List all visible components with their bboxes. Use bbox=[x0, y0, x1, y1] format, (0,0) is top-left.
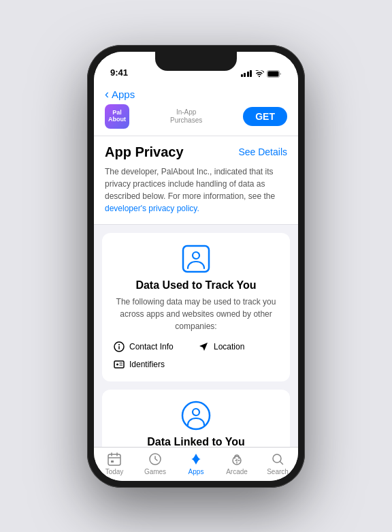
svg-point-3 bbox=[193, 252, 199, 259]
track-item-location: Location bbox=[197, 341, 279, 353]
track-item-contact: Contact Info bbox=[113, 341, 195, 353]
phone-frame: 9:41 bbox=[87, 45, 305, 488]
back-arrow-icon: ‹ bbox=[105, 87, 109, 101]
tab-games-label: Games bbox=[144, 468, 166, 475]
svg-point-8 bbox=[116, 363, 118, 365]
back-button[interactable]: ‹ Apps bbox=[105, 87, 287, 101]
tab-today[interactable]: Today bbox=[94, 452, 135, 475]
track-location-label: Location bbox=[214, 342, 244, 351]
track-card-title: Data Used to Track You bbox=[135, 279, 256, 292]
notch bbox=[155, 52, 237, 71]
tab-bar: Today Games Apps bbox=[94, 447, 298, 481]
track-icon bbox=[181, 244, 211, 274]
app-icon-text: PalAbout bbox=[108, 110, 126, 123]
svg-point-10 bbox=[193, 409, 199, 416]
arcade-icon bbox=[229, 452, 244, 467]
track-card-header: Data Used to Track You The following dat… bbox=[113, 244, 279, 332]
main-content: ‹ Apps PalAbout In-App Purchases GET App… bbox=[94, 82, 298, 447]
page-description: The developer, PalAbout Inc., indicated … bbox=[105, 166, 287, 215]
tab-apps-label: Apps bbox=[189, 468, 204, 475]
privacy-policy-link[interactable]: developer's privacy policy. bbox=[105, 204, 199, 213]
page-header: App Privacy See Details The developer, P… bbox=[94, 136, 298, 225]
apps-icon bbox=[189, 452, 203, 467]
signal-bars-icon bbox=[241, 70, 252, 77]
app-row: PalAbout In-App Purchases GET bbox=[105, 104, 287, 129]
status-icons bbox=[241, 70, 282, 78]
tab-today-label: Today bbox=[105, 468, 124, 475]
linked-card-header: Data Linked to You The following data ma… bbox=[113, 401, 279, 447]
in-app-purchases-label: In-App Purchases bbox=[170, 108, 202, 125]
svg-rect-5 bbox=[118, 346, 120, 349]
status-time: 9:41 bbox=[110, 67, 128, 78]
see-details-button[interactable]: See Details bbox=[238, 146, 287, 157]
svg-rect-7 bbox=[114, 361, 124, 368]
back-label: Apps bbox=[112, 89, 135, 100]
page-header-row: App Privacy See Details bbox=[105, 144, 287, 160]
track-contact-label: Contact Info bbox=[129, 342, 174, 351]
linked-card: Data Linked to You The following data ma… bbox=[102, 390, 290, 447]
info-circle-icon bbox=[113, 341, 125, 353]
track-card: Data Used to Track You The following dat… bbox=[102, 233, 290, 381]
wifi-icon bbox=[255, 70, 264, 77]
search-icon bbox=[270, 452, 285, 467]
svg-rect-1 bbox=[268, 71, 279, 76]
app-icon: PalAbout bbox=[105, 104, 129, 129]
page-title: App Privacy bbox=[105, 144, 184, 160]
games-icon bbox=[148, 452, 163, 467]
tab-games[interactable]: Games bbox=[135, 452, 176, 475]
tab-arcade[interactable]: Arcade bbox=[216, 452, 257, 475]
tab-search-label: Search bbox=[267, 468, 289, 475]
id-card-icon bbox=[113, 358, 125, 371]
track-identifiers-label: Identifiers bbox=[129, 360, 165, 369]
tab-search[interactable]: Search bbox=[257, 452, 298, 475]
location-arrow-icon bbox=[197, 341, 210, 353]
get-button[interactable]: GET bbox=[243, 107, 287, 126]
svg-point-6 bbox=[118, 344, 120, 345]
svg-rect-21 bbox=[111, 460, 114, 463]
battery-icon bbox=[267, 70, 282, 78]
track-card-items: Contact Info Location bbox=[113, 341, 279, 371]
nav-bar: ‹ Apps PalAbout In-App Purchases GET bbox=[94, 82, 298, 136]
linked-icon bbox=[181, 401, 211, 431]
svg-rect-20 bbox=[108, 454, 120, 465]
track-card-desc: The following data may be used to track … bbox=[113, 296, 279, 332]
today-icon bbox=[107, 452, 122, 467]
tab-apps[interactable]: Apps bbox=[176, 452, 216, 475]
linked-card-title: Data Linked to You bbox=[147, 436, 244, 447]
track-item-identifiers: Identifiers bbox=[113, 358, 195, 371]
tab-arcade-label: Arcade bbox=[226, 468, 248, 475]
phone-screen: 9:41 bbox=[94, 52, 298, 481]
